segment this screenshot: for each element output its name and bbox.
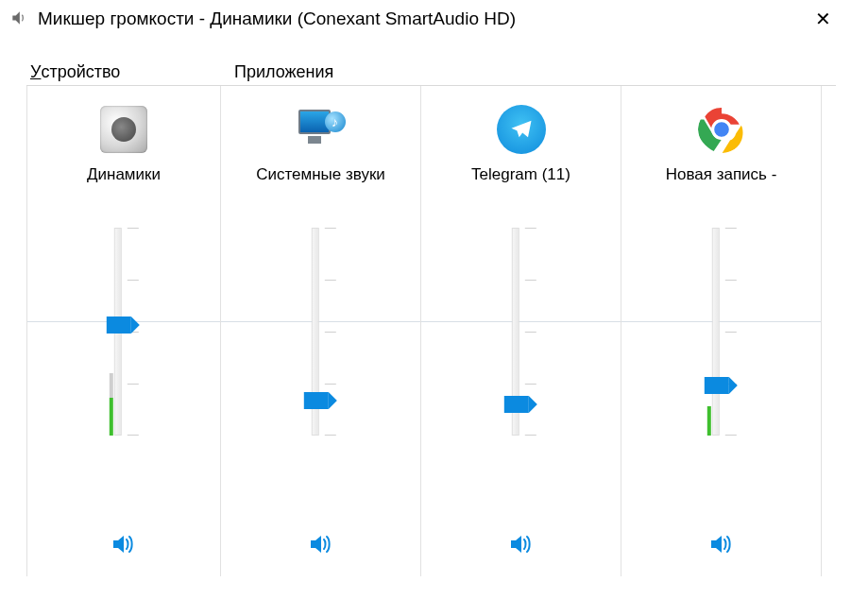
device-name-label: Динамики xyxy=(87,165,161,184)
mixer-columns: Динамики ♪ xyxy=(26,85,836,576)
app-volume-slider[interactable] xyxy=(704,228,728,436)
app-column-chrome: Новая запись - xyxy=(621,86,822,576)
title-bar: Микшер громкости - Динамики (Conexant Sm… xyxy=(0,0,851,36)
device-column: Динамики xyxy=(26,86,221,576)
app-mute-button[interactable] xyxy=(309,534,333,557)
section-labels: Устройство Приложения xyxy=(0,62,851,85)
device-volume-slider[interactable] xyxy=(107,228,131,436)
speaker-device-icon[interactable] xyxy=(95,101,152,158)
apps-section-label: Приложения xyxy=(234,62,333,82)
app-name-label: Новая запись - xyxy=(666,165,777,184)
app-name-label: Telegram (11) xyxy=(471,165,570,184)
app-slider-area xyxy=(421,228,621,464)
app-volume-slider[interactable] xyxy=(503,228,528,436)
app-column-system-sounds: ♪ Системные звуки xyxy=(221,86,421,576)
app-mute-button[interactable] xyxy=(709,534,734,557)
app-volume-slider[interactable] xyxy=(303,228,328,436)
app-name-label: Системные звуки xyxy=(256,165,385,184)
device-mute-button[interactable] xyxy=(111,534,136,557)
app-slider-area xyxy=(221,228,420,464)
speaker-icon xyxy=(9,9,28,30)
chrome-icon[interactable] xyxy=(693,101,750,158)
system-sounds-icon[interactable]: ♪ xyxy=(293,101,349,158)
telegram-icon[interactable] xyxy=(493,101,550,158)
app-slider-area xyxy=(621,228,821,464)
close-button[interactable]: ✕ xyxy=(804,8,842,30)
app-mute-button[interactable] xyxy=(509,534,534,557)
device-slider-area xyxy=(27,228,220,464)
app-column-telegram: Telegram (11) xyxy=(421,86,621,576)
device-section-label: Устройство xyxy=(30,62,41,82)
window-title: Микшер громкости - Динамики (Conexant Sm… xyxy=(38,9,794,29)
